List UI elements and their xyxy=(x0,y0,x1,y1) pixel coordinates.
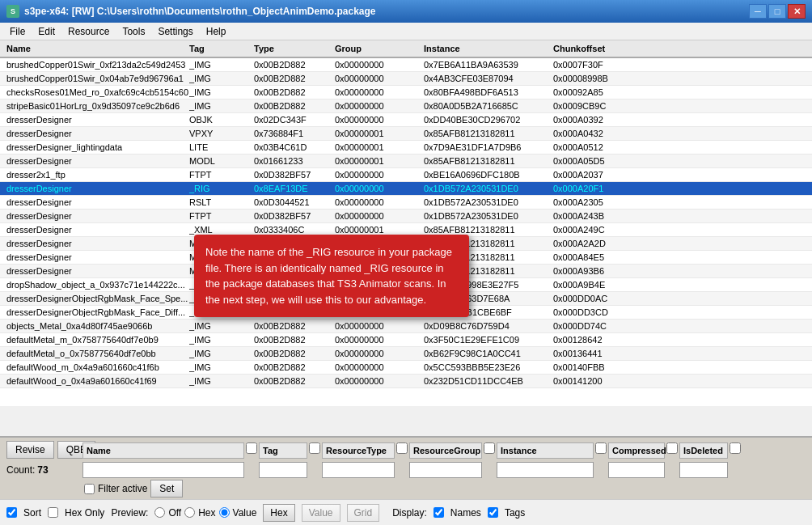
menu-help[interactable]: Help xyxy=(200,24,233,39)
minimize-button[interactable]: ─ xyxy=(749,4,767,19)
filter-check-instance[interactable] xyxy=(595,442,607,454)
preview-value-radio[interactable] xyxy=(219,507,230,518)
titlebar: S s3pe-x64: [RW] C:\Users\rothn\Document… xyxy=(0,0,812,23)
filter-input-name[interactable] xyxy=(82,462,244,478)
filter-col-tag: Tag xyxy=(259,442,307,459)
cell-name: dresser2x1_ftp xyxy=(3,170,189,180)
table-row[interactable]: dresserDesigner FTPT 0x0D382BF57 0x00000… xyxy=(0,210,812,223)
cell-tag: LITE xyxy=(189,142,254,152)
table-row[interactable]: brushedCopper01Swir_0x04ab7e9d96796a1 _I… xyxy=(0,72,812,86)
table-row[interactable]: brushedCopper01Swir_0xf213da2c549d2453 _… xyxy=(0,58,812,72)
cell-name: defaultWood_m_0x4a9a601660c41f6b xyxy=(3,362,189,372)
preview-off-label: Off xyxy=(168,507,181,519)
filter-buttons: Revise QBE xyxy=(6,441,79,460)
filter-input-compressed[interactable] xyxy=(608,462,665,478)
col-header-type: Type xyxy=(254,44,335,53)
table-row[interactable]: defaultWood_o_0x4a9a601660c41f69 _IMG 0x… xyxy=(0,375,812,388)
table-row[interactable]: dresser2x1_ftp FTPT 0x0D382BF57 0x000000… xyxy=(0,168,812,182)
table-row[interactable]: stripeBasic01HorLrg_0x9d35097ce9c2b6d6 _… xyxy=(0,99,812,113)
filter-input-resourcegroup[interactable] xyxy=(409,462,482,478)
filter-input-instance[interactable] xyxy=(497,462,594,478)
cell-tag: FTPT xyxy=(189,211,254,221)
table-row[interactable]: dresserDesigner OBJK 0x02DC343F 0x000000… xyxy=(0,113,812,127)
tooltip-text: Note the name of the _RIG resource in yo… xyxy=(205,246,452,306)
cell-type: 0x0D382BF57 xyxy=(254,170,335,180)
value-button[interactable]: Value xyxy=(302,504,340,522)
cell-name: defaultWood_o_0x4a9a601660c41f69 xyxy=(3,376,189,386)
grid-button[interactable]: Grid xyxy=(347,504,380,522)
cell-name: dresserDesigner xyxy=(3,156,189,166)
cell-name: dresserDesignerObjectRgbMask_Face_Spe... xyxy=(3,294,189,303)
display-names-checkbox[interactable] xyxy=(433,507,444,518)
table-area[interactable]: brushedCopper01Swir_0xf213da2c549d2453 _… xyxy=(0,58,812,406)
col-header-chunkoffset: Chunkoffset xyxy=(553,44,634,53)
table-row[interactable]: objects_Metal_0xa4d80f745ae9066b _IMG 0x… xyxy=(0,320,812,333)
table-row[interactable]: defaultMetal_o_0x758775640df7e0bb _IMG 0… xyxy=(0,347,812,361)
filter-check-name[interactable] xyxy=(246,442,257,454)
filter-input-resourcetype[interactable] xyxy=(322,462,395,478)
table-row[interactable]: defaultMetal_m_0x758775640df7e0b9 _IMG 0… xyxy=(0,333,812,347)
cell-name: brushedCopper01Swir_0x04ab7e9d96796a1 xyxy=(3,74,189,83)
table-row[interactable]: defaultWood_m_0x4a9a601660c41f6b _IMG 0x… xyxy=(0,361,812,375)
filter-active-checkbox[interactable] xyxy=(84,484,95,494)
cell-name: defaultMetal_m_0x758775640df7e0b9 xyxy=(3,335,189,345)
cell-group: 0x00000000 xyxy=(335,115,424,125)
cell-chunkoffset: 0x00140FBB xyxy=(553,362,634,372)
cell-name: dresserDesigner xyxy=(3,252,189,262)
display-tags-checkbox[interactable] xyxy=(488,507,498,518)
cell-type: 0x00B2D882 xyxy=(254,74,335,83)
menu-tools[interactable]: Tools xyxy=(116,24,151,39)
filter-input-tag[interactable] xyxy=(259,462,307,478)
cell-type: 0x00B2D882 xyxy=(254,349,335,358)
menu-edit[interactable]: Edit xyxy=(32,24,61,39)
cell-tag: _IMG xyxy=(189,376,254,386)
menu-settings[interactable]: Settings xyxy=(151,24,199,39)
cell-chunkoffset: 0x000A05D5 xyxy=(553,156,634,166)
preview-value-label: Value xyxy=(233,507,257,519)
hex-button[interactable]: Hex xyxy=(263,504,294,522)
cell-name: dropShadow_object_a_0x937c71e144222c... xyxy=(3,280,189,290)
cell-name: dresserDesigner xyxy=(3,129,189,138)
table-row[interactable]: dresserDesigner_lightingdata LITE 0x03B4… xyxy=(0,141,812,155)
cell-name: dresserDesigner xyxy=(3,266,189,276)
cell-name: objects_Metal_0xa4d80f745ae9066b xyxy=(3,321,189,331)
cell-chunkoffset: 0x00128642 xyxy=(553,335,634,345)
sort-checkbox[interactable] xyxy=(6,507,17,518)
filter-check-compressed[interactable] xyxy=(666,442,678,454)
filter-input-isdeleted[interactable] xyxy=(679,462,728,478)
filter-col-resourcegroup: ResourceGroup xyxy=(409,442,482,459)
cell-instance: 0xB62F9C98C1A0CC41 xyxy=(424,349,553,358)
cell-tag: _RIG xyxy=(189,184,254,193)
set-button[interactable]: Set xyxy=(150,480,183,497)
filter-check-resourcetype[interactable] xyxy=(396,442,408,454)
maximize-button[interactable]: □ xyxy=(768,4,786,19)
filter-check-tag[interactable] xyxy=(309,442,320,454)
app-icon: S xyxy=(6,5,19,18)
cell-group: 0x00000000 xyxy=(335,321,424,331)
column-header: Name Tag Type Group Instance Chunkoffset xyxy=(0,40,812,58)
cell-name: dresserDesigner xyxy=(3,239,189,248)
preview-off-radio[interactable] xyxy=(154,507,165,518)
menu-resource[interactable]: Resource xyxy=(61,24,116,39)
revise-button[interactable]: Revise xyxy=(6,441,54,459)
cell-name: dresserDesigner xyxy=(3,225,189,235)
preview-hex-radio[interactable] xyxy=(184,507,195,518)
menu-file[interactable]: File xyxy=(3,24,32,39)
hex-only-checkbox[interactable] xyxy=(48,507,58,518)
cell-name: dresserDesignerObjectRgbMask_Face_Diff..… xyxy=(3,307,189,317)
table-row[interactable]: dresserDesigner RSLT 0x0D3044521 0x00000… xyxy=(0,196,812,210)
filter-check-resourcegroup[interactable] xyxy=(484,442,495,454)
cell-name: dresserDesigner xyxy=(3,184,189,193)
filter-check-isdeleted[interactable] xyxy=(730,442,741,454)
table-row[interactable]: dresserDesigner _RIG 0x8EAF13DE 0x000000… xyxy=(0,182,812,196)
cell-chunkoffset: 0x000A0392 xyxy=(553,115,634,125)
cell-chunkoffset: 0x000A0432 xyxy=(553,129,634,138)
close-button[interactable]: ✕ xyxy=(788,4,806,19)
table-row[interactable]: dresserDesigner MODL 0x01661233 0x000000… xyxy=(0,155,812,168)
table-row[interactable]: dresserDesigner VPXY 0x736884F1 0x000000… xyxy=(0,127,812,141)
cell-chunkoffset: 0x0009CB9C xyxy=(553,101,634,111)
cell-chunkoffset: 0x000A249C xyxy=(553,225,634,235)
table-row[interactable]: checksRoses01Med_ro_0xafc69c4cb5154c60 _… xyxy=(0,86,812,99)
col-header-instance: Instance xyxy=(424,44,553,53)
cell-group: 0x00000001 xyxy=(335,129,424,138)
